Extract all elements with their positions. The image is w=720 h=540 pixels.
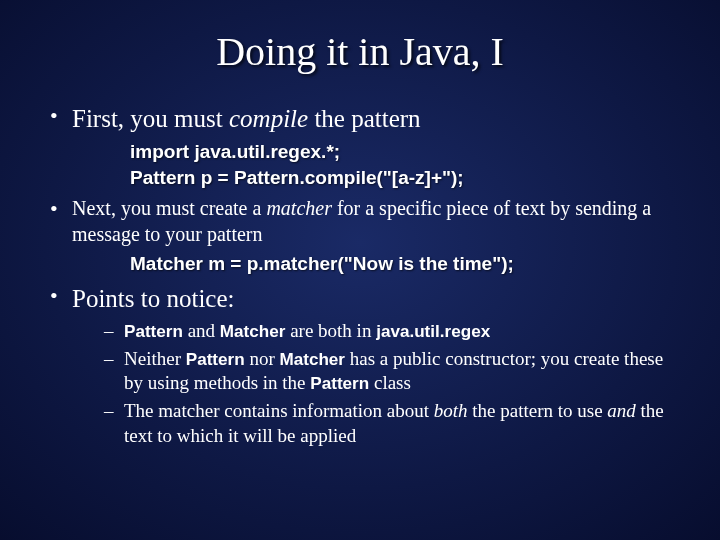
code-import-pattern: import java.util.regex.*; Pattern p = Pa… <box>130 139 676 190</box>
code-line: Pattern p = Pattern.compile("[a-z]+"); <box>130 165 676 191</box>
code-inline: java.util.regex <box>376 322 490 341</box>
sub-list: Pattern and Matcher are both in java.uti… <box>102 319 676 448</box>
slide-title: Doing it in Java, I <box>44 28 676 75</box>
text-fragment: nor <box>245 348 280 369</box>
code-matcher: Matcher m = p.matcher("Now is the time")… <box>130 251 676 277</box>
code-inline: Pattern <box>186 350 245 369</box>
bullet-text: Points to notice: <box>72 285 235 312</box>
emphasis-and: and <box>607 400 636 421</box>
code-line: import java.util.regex.*; <box>130 139 676 165</box>
sub-matcher-info: The matcher contains information about b… <box>102 399 676 448</box>
text-fragment: Neither <box>124 348 186 369</box>
slide: Doing it in Java, I First, you must comp… <box>0 0 720 540</box>
text-fragment: the pattern <box>308 105 420 132</box>
text-fragment: the pattern to use <box>468 400 608 421</box>
sub-package: Pattern and Matcher are both in java.uti… <box>102 319 676 344</box>
bullet-matcher: Next, you must create a matcher for a sp… <box>44 196 676 277</box>
text-fragment: The matcher contains information about <box>124 400 434 421</box>
emphasis-both: both <box>434 400 468 421</box>
bullet-points-notice: Points to notice: Pattern and Matcher ar… <box>44 283 676 448</box>
code-inline: Matcher <box>220 322 286 341</box>
code-inline: Pattern <box>124 322 183 341</box>
emphasis-matcher: matcher <box>266 197 332 219</box>
text-fragment: class <box>369 372 411 393</box>
code-line: Matcher m = p.matcher("Now is the time")… <box>130 251 676 277</box>
emphasis-compile: compile <box>229 105 308 132</box>
text-fragment: First, you must <box>72 105 229 132</box>
text-fragment: are both in <box>285 320 376 341</box>
code-inline: Pattern <box>310 374 369 393</box>
text-fragment: Next, you must create a <box>72 197 266 219</box>
text-fragment: and <box>183 320 220 341</box>
bullet-compile: First, you must compile the pattern impo… <box>44 103 676 190</box>
bullet-text: Next, you must create a matcher for a sp… <box>72 197 651 245</box>
sub-no-constructor: Neither Pattern nor Matcher has a public… <box>102 347 676 396</box>
code-inline: Matcher <box>279 350 345 369</box>
bullet-list: First, you must compile the pattern impo… <box>44 103 676 449</box>
bullet-text: First, you must compile the pattern <box>72 105 421 132</box>
